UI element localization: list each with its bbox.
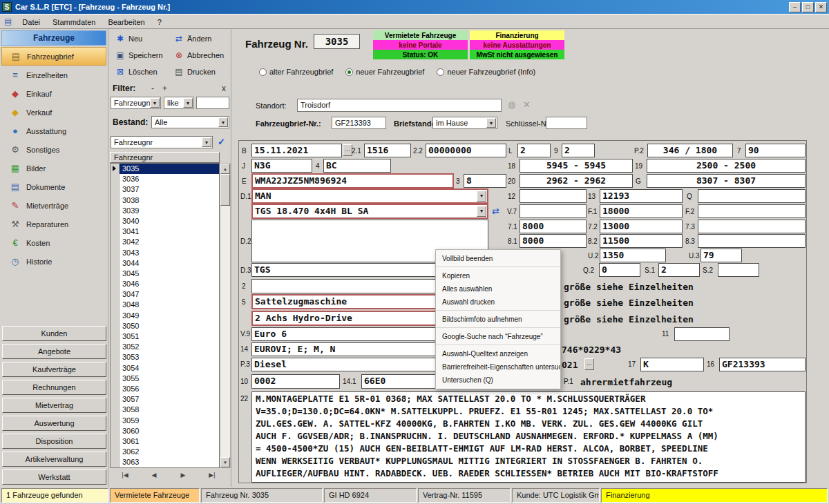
chevron-down-icon[interactable]: ▼	[150, 98, 160, 108]
context-menu-item[interactable]: Auswahl-Quelltext anzeigen	[436, 347, 560, 360]
field-E-vin[interactable]: WMA22JZZ5NM896924	[251, 173, 454, 188]
field-18[interactable]: 5945 - 5945	[520, 159, 633, 173]
vehicle-row[interactable]: 3052	[111, 342, 219, 352]
sidebar-nav-button[interactable]: Angebote	[2, 344, 106, 359]
vehicle-row[interactable]: 3060	[111, 426, 219, 436]
sidebar-nav-button[interactable]: Auswertung	[2, 416, 106, 431]
filter-operator-dropdown[interactable]: like ▼	[164, 97, 194, 109]
sidebar-item[interactable]: ▤ Dokumente	[1, 177, 106, 196]
sort-dropdown[interactable]: Fahrzeugnr ▼	[111, 136, 213, 148]
sidebar-item[interactable]: ✎ Mietverträge	[1, 196, 106, 215]
toolbar-button[interactable]: ▣ Speichern	[115, 48, 169, 61]
vehicle-row[interactable]: 3046	[111, 279, 219, 289]
brief-nr-input[interactable]: GF213393	[332, 117, 386, 129]
prev-record-button[interactable]: ◀	[146, 472, 162, 478]
field-F-1[interactable]: 18000	[600, 204, 683, 218]
chevron-down-icon[interactable]: ▼	[218, 117, 228, 127]
radio-icon[interactable]	[259, 68, 267, 76]
field-B[interactable]: 15.11.2021	[251, 144, 342, 157]
globe-icon[interactable]: ◍	[508, 99, 515, 110]
standort-input[interactable]: Troisdorf	[297, 99, 502, 112]
context-menu-item[interactable]: Vollbild beenden	[436, 252, 560, 267]
sidebar-item[interactable]: ● Ausstattung	[1, 122, 106, 140]
vehicle-row[interactable]: 3036	[111, 174, 219, 184]
list-column-header[interactable]: Fahrzeugnr	[110, 152, 220, 163]
radio-option[interactable]: neuer Fahrzeugbrief (Info)	[437, 68, 535, 76]
scroll-thumb[interactable]	[220, 174, 230, 206]
field-16[interactable]: GF213393	[719, 358, 806, 371]
vehicle-row[interactable]: 3043	[111, 248, 219, 258]
briefstandort-dropdown[interactable]: im Hause ▼	[432, 117, 497, 129]
field-L[interactable]: 2	[517, 144, 551, 157]
bestand-dropdown[interactable]: Alle ▼	[151, 116, 229, 128]
first-record-button[interactable]: |◀	[117, 472, 133, 478]
filter-value-input[interactable]	[196, 97, 229, 109]
context-menu-item[interactable]: Kopieren	[436, 269, 560, 282]
vehicle-row[interactable]: 3044	[111, 258, 219, 269]
field-20[interactable]: 2962 - 2962	[520, 174, 633, 188]
scroll-down-icon[interactable]: ▼	[220, 457, 230, 467]
vehicle-row[interactable]: 3056	[111, 384, 219, 394]
field-4[interactable]: BC	[323, 159, 391, 173]
field-7[interactable]: 90	[745, 144, 806, 157]
field-13[interactable]: 12193	[600, 189, 683, 203]
vehicle-row[interactable]: 3047	[111, 289, 219, 300]
field-Q-2[interactable]: 0	[599, 263, 640, 277]
vehicle-row[interactable]: 3057	[111, 394, 219, 405]
ellipsis-button[interactable]: ...	[584, 358, 594, 370]
field-8-2[interactable]: 11500	[600, 234, 683, 248]
toolbar-button[interactable]: ⊠ Löschen	[115, 65, 169, 78]
sidebar-nav-button[interactable]: Disposition	[2, 434, 106, 449]
context-menu-item[interactable]: Untersuchen (Q)	[436, 374, 560, 387]
context-menu-item[interactable]: Auswahl drucken	[436, 295, 560, 311]
toolbar-button[interactable]: ⊗ Abbrechen	[174, 48, 227, 61]
menu-item[interactable]: ?	[151, 16, 168, 28]
field-Q[interactable]	[698, 189, 806, 203]
vehicle-row[interactable]: 3042	[111, 237, 219, 247]
field-S-2[interactable]	[718, 263, 759, 277]
toolbar-button[interactable]: ▤ Drucken	[174, 65, 227, 78]
sidebar-item[interactable]: € Kosten	[1, 233, 106, 252]
vehicle-row[interactable]: 3048	[111, 300, 219, 310]
vehicle-row[interactable]: 3053	[111, 352, 219, 362]
radio-option[interactable]: alter Fahrzeugbrief	[259, 68, 333, 76]
vehicle-row[interactable]: 3038	[111, 195, 219, 206]
field-22-remarks[interactable]: M.MONTAGEPLATTE E1 5R-01 0368; MAX SATTE…	[251, 391, 806, 483]
filter-remove-button[interactable]: -	[151, 84, 154, 93]
vehicle-row[interactable]: 3045	[111, 269, 219, 279]
field-F-2[interactable]	[698, 204, 806, 218]
vehicle-row[interactable]: 3061	[111, 436, 219, 447]
vehicle-row[interactable]: 3051	[111, 331, 219, 342]
last-record-button[interactable]: ▶|	[204, 472, 220, 478]
sidebar-item[interactable]: ◆ Einkauf	[1, 84, 106, 103]
toolbar-button[interactable]: ✱ Neu	[115, 32, 169, 45]
sidebar-nav-button[interactable]: Mietvertrag	[2, 398, 106, 413]
radio-icon[interactable]	[345, 68, 353, 76]
field-12[interactable]	[520, 189, 587, 203]
vehicle-row[interactable]: 3041	[111, 226, 219, 237]
chevron-down-icon[interactable]: ▼	[477, 206, 486, 217]
fahrzeug-nr-value[interactable]: 3035	[314, 34, 360, 49]
sidebar-nav-button[interactable]: Kunden	[2, 326, 106, 341]
filter-field-dropdown[interactable]: Fahrzeugnr ▼	[111, 97, 161, 109]
swap-icon[interactable]: ⇄	[492, 206, 499, 216]
chevron-down-icon[interactable]: ▼	[477, 191, 486, 202]
model-dropdown[interactable]: TGS 18.470 4x4H BL SA ▼	[251, 204, 488, 219]
vehicle-row[interactable]: 3062	[111, 447, 219, 457]
radio-icon[interactable]	[437, 68, 444, 76]
menu-item[interactable]: Bearbeiten	[102, 16, 151, 28]
vehicle-row[interactable]: 3063	[111, 457, 219, 467]
field-V-7[interactable]	[520, 204, 587, 218]
sidebar-header[interactable]: Fahrzeuge	[1, 30, 106, 46]
sidebar-item[interactable]: ⚙ Sonstiges	[1, 140, 106, 159]
list-scrollbar[interactable]: ▲ ▼	[220, 163, 231, 468]
vehicle-row[interactable]: 3054	[111, 363, 219, 374]
context-menu-item[interactable]: Barrierefreiheit-Eigenschaften untersuch…	[436, 360, 560, 374]
titlebar[interactable]: S Car S.L.R [ETC] - [Fahrzeug - Fahrzeug…	[0, 0, 829, 14]
radio-option[interactable]: neuer Fahrzeugbrief	[345, 68, 424, 76]
sidebar-item[interactable]: ▤ Fahrzeugbrief	[1, 47, 106, 66]
field-11[interactable]	[674, 327, 730, 341]
field-7-1[interactable]: 8000	[520, 220, 587, 233]
chevron-down-icon[interactable]: ▼	[486, 118, 496, 128]
context-menu-item[interactable]: Bildschirmfoto aufnehmen	[436, 313, 560, 328]
